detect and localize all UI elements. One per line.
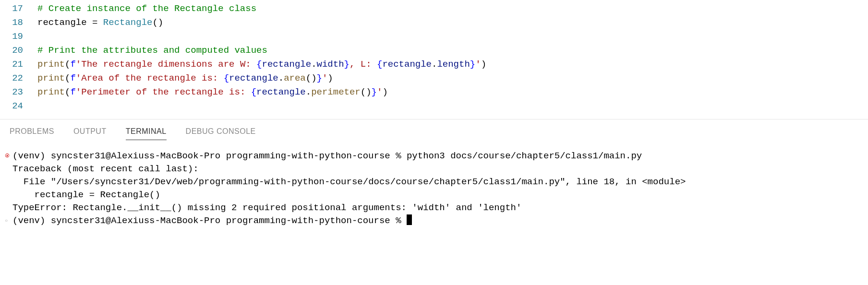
code-token: } [470,59,475,70]
terminal-bullet-icon [5,176,12,189]
code-token: ' [377,87,382,97]
code-line[interactable]: 23print(f'Perimeter of the rectangle is:… [4,85,868,99]
code-token: rectangle [256,87,306,97]
line-number: 21 [4,58,37,71]
code-token: { [377,59,382,70]
line-number: 18 [4,16,37,30]
terminal-line: ○(venv) syncster31@Alexiuss-MacBook-Pro … [5,214,863,227]
terminal-bullet-icon [5,189,12,202]
terminal-panel[interactable]: ⦿(venv) syncster31@Alexiuss-MacBook-Pro … [0,140,868,227]
terminal-line: TypeError: Rectangle.__init__() missing … [5,202,863,214]
code-token: rectangle [229,73,278,83]
terminal-line: ⦿(venv) syncster31@Alexiuss-MacBook-Pro … [5,150,863,163]
code-token: area [284,73,306,83]
terminal-text: File "/Users/syncster31/Dev/web/programm… [12,176,863,189]
line-number: 20 [4,44,37,58]
terminal-text: Traceback (most recent call last): [12,163,863,176]
code-token: length [437,59,470,70]
line-number: 22 [4,71,37,85]
code-content[interactable]: # Print the attributes and computed valu… [37,44,868,58]
code-token: . [278,73,284,83]
terminal-cursor [407,214,412,225]
tab-debug-console[interactable]: DEBUG CONSOLE [186,127,256,140]
code-token: { [256,59,262,70]
terminal-text: (venv) syncster31@Alexiuss-MacBook-Pro p… [12,214,863,227]
terminal-line: File "/Users/syncster31/Dev/web/programm… [5,176,863,189]
tab-terminal[interactable]: TERMINAL [126,127,167,140]
code-token: 'Perimeter of the rectangle is: [76,87,251,97]
terminal-bullet-icon [5,202,12,214]
code-content[interactable]: # Create instance of the Rectangle class [37,2,868,16]
code-token: } [344,59,350,70]
code-content[interactable] [37,99,868,113]
code-token: { [251,87,256,97]
terminal-bullet-icon: ⦿ [5,150,12,163]
code-token: f [70,87,75,97]
terminal-bullet-icon: ○ [5,214,12,227]
code-token: , L: [350,59,377,70]
code-token: ) [382,87,387,97]
code-token: ' [322,73,327,83]
code-token: ( [65,59,70,70]
terminal-text: TypeError: Rectangle.__init__() missing … [12,202,863,214]
terminal-line: rectangle = Rectangle() [5,189,863,202]
tab-output[interactable]: OUTPUT [73,127,107,140]
code-token: print [37,73,65,83]
code-token: width [317,59,344,70]
code-token: = [92,17,97,28]
code-line[interactable]: 21print(f'The rectangle dimensions are W… [4,58,868,71]
code-token: rectangle [382,59,432,70]
code-line[interactable]: 19 [4,30,868,44]
code-token: ) [327,73,333,83]
code-token: print [37,87,65,97]
code-token: () [306,73,317,83]
code-content[interactable]: print(f'The rectangle dimensions are W: … [37,58,868,71]
code-content[interactable]: rectangle = Rectangle() [37,16,868,30]
code-token: () [152,17,163,28]
line-number: 19 [4,30,37,44]
code-token: . [306,87,311,97]
code-token: f [70,73,75,83]
tab-problems[interactable]: PROBLEMS [10,127,54,140]
code-token: . [311,59,316,70]
code-token: rectangle [37,17,92,28]
code-content[interactable]: print(f'Area of the rectangle is: {recta… [37,71,868,85]
code-token: () [361,87,372,97]
line-number: 23 [4,85,37,99]
line-number: 24 [4,99,37,113]
code-content[interactable] [37,30,868,44]
code-token: { [224,73,229,83]
code-token: ( [65,73,70,83]
code-token: # Print the attributes and computed valu… [37,45,267,56]
code-token: rectangle [262,59,312,70]
line-number: 17 [4,2,37,16]
code-token: # Create instance of the Rectangle class [37,3,256,14]
code-token: print [37,59,65,70]
code-token: ) [481,59,486,70]
code-content[interactable]: print(f'Perimeter of the rectangle is: {… [37,85,868,99]
code-token: . [432,59,437,70]
terminal-text: rectangle = Rectangle() [12,189,863,202]
code-line[interactable]: 20# Print the attributes and computed va… [4,44,868,58]
code-editor[interactable]: 17# Create instance of the Rectangle cla… [0,0,868,113]
code-line[interactable]: 17# Create instance of the Rectangle cla… [4,2,868,16]
code-token: } [372,87,377,97]
code-token: Rectangle [103,17,153,28]
code-token: f [70,59,75,70]
code-token: } [317,73,322,83]
code-token: 'The rectangle dimensions are W: [76,59,256,70]
terminal-line: Traceback (most recent call last): [5,163,863,176]
terminal-bullet-icon [5,163,12,176]
code-token [97,17,103,28]
code-token: 'Area of the rectangle is: [76,73,224,83]
code-line[interactable]: 24 [4,99,868,113]
code-token: ( [65,87,70,97]
code-token: ' [475,59,481,70]
code-token: perimeter [311,87,361,97]
code-line[interactable]: 22print(f'Area of the rectangle is: {rec… [4,71,868,85]
panel-tabs: PROBLEMS OUTPUT TERMINAL DEBUG CONSOLE [0,119,868,140]
code-line[interactable]: 18rectangle = Rectangle() [4,16,868,30]
terminal-text: (venv) syncster31@Alexiuss-MacBook-Pro p… [12,150,863,163]
